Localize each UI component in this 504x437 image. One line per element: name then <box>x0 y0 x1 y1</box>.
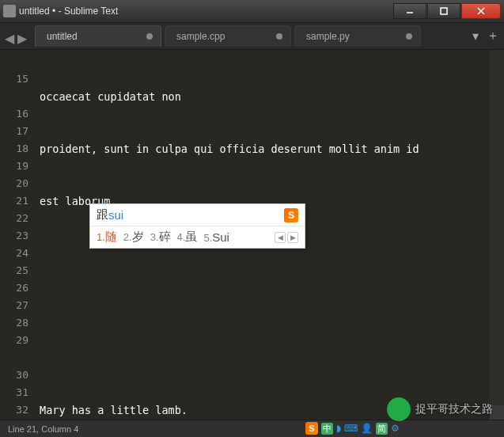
ime-page-next-icon[interactable]: ▶ <box>287 232 298 243</box>
ime-pager: ◀ ▶ <box>275 232 298 243</box>
tab-label: sample.cpp <box>176 31 225 42</box>
ime-candidate[interactable]: 1.随 <box>97 230 117 245</box>
ime-popup[interactable]: 跟sui S 1.随 2.岁 3.碎 4.虽 5.Sui ◀ ▶ <box>89 203 305 249</box>
sogou-logo-icon: S <box>284 208 298 222</box>
dirty-indicator-icon[interactable] <box>406 33 412 40</box>
app-icon <box>3 5 16 17</box>
close-button[interactable] <box>461 3 501 19</box>
ime-lang-indicator[interactable]: 中 <box>321 423 333 435</box>
ime-page-prev-icon[interactable]: ◀ <box>275 232 286 243</box>
window: untitled • - Sublime Text ◀ ▶ untitled s… <box>0 0 504 437</box>
gutter: 15 1617181920 2122232425 26272829 303132 <box>0 50 35 420</box>
minimize-button[interactable] <box>393 3 426 19</box>
titlebar[interactable]: untitled • - Sublime Text <box>0 0 504 23</box>
statusbar: Line 21, Column 4 <box>0 420 504 437</box>
tab-sample-py[interactable]: sample.py <box>294 25 421 47</box>
tab-strip: ◀ ▶ untitled sample.cpp sample.py ▾ ＋ <box>0 23 504 50</box>
maximize-button[interactable] <box>427 3 460 19</box>
punct-icon[interactable]: ◗ <box>336 423 341 434</box>
avatar-icon <box>387 397 411 421</box>
tab-untitled[interactable]: untitled <box>35 25 161 47</box>
dirty-indicator-icon[interactable] <box>146 33 153 40</box>
ime-candidate[interactable]: 2.岁 <box>123 230 144 245</box>
keyboard-icon[interactable]: ⌨ <box>344 423 358 434</box>
tab-label: untitled <box>47 31 78 42</box>
ime-candidate[interactable]: 3.碎 <box>150 230 171 245</box>
svg-rect-1 <box>441 8 447 14</box>
watermark-text: 捉平哥技术之路 <box>415 402 493 416</box>
ime-composition-row: 跟sui S <box>90 204 305 226</box>
tab-label: sample.py <box>306 31 350 42</box>
ime-candidate-row: 1.随 2.岁 3.碎 4.虽 5.Sui ◀ ▶ <box>90 226 305 248</box>
code-line <box>40 297 501 314</box>
code-line: occaecat cupidatat non <box>40 88 501 105</box>
ime-candidate[interactable]: 5.Sui <box>203 230 229 244</box>
tab-overflow-icon[interactable]: ▾ <box>472 28 479 44</box>
dirty-indicator-icon[interactable] <box>276 33 282 40</box>
code-line <box>40 349 501 367</box>
status-cursor-position: Line 21, Column 4 <box>8 424 78 434</box>
tab-nav-right-icon[interactable]: ▶ <box>17 31 28 42</box>
tab-sample-cpp[interactable]: sample.cpp <box>165 25 291 47</box>
tab-nav-arrows: ◀ ▶ <box>5 31 28 42</box>
ime-candidate[interactable]: 4.虽 <box>177 230 198 245</box>
sogou-logo-icon[interactable]: S <box>305 422 318 435</box>
ime-comp-prefix: 跟 <box>97 207 108 222</box>
window-controls <box>392 3 501 19</box>
ime-simp-indicator[interactable]: 简 <box>376 423 388 435</box>
code-line: proident, sunt in culpa qui officia dese… <box>40 140 501 158</box>
window-title: untitled • - Sublime Text <box>19 6 392 17</box>
tab-nav-left-icon[interactable]: ◀ <box>5 31 16 42</box>
ime-comp-suffix: sui <box>108 208 123 222</box>
watermark: 捉平哥技术之路 <box>387 397 493 421</box>
user-icon[interactable]: 👤 <box>361 423 373 434</box>
sogou-tray[interactable]: S 中 ◗ ⌨ 👤 简 ⚙ <box>304 421 401 435</box>
new-tab-icon[interactable]: ＋ <box>487 28 499 44</box>
minimap[interactable] <box>490 50 504 420</box>
settings-icon[interactable]: ⚙ <box>391 423 400 434</box>
